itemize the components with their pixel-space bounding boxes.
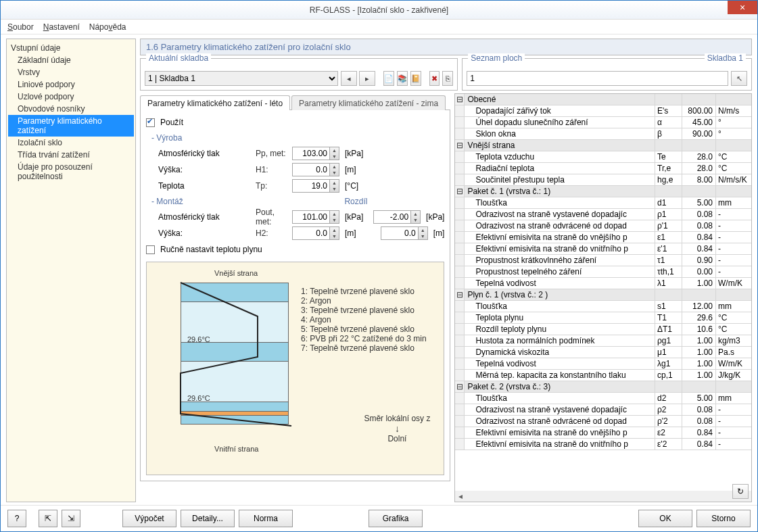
prop-row[interactable]: Dynamická viskozitaμ11.00Pa.s	[455, 347, 751, 358]
prop-row[interactable]: Odrazivost na straně odvrácené od dopadρ…	[455, 220, 751, 232]
btn-detaily[interactable]: Detaily...	[181, 510, 235, 527]
collapse-icon[interactable]: ⊟	[455, 381, 465, 392]
next-button[interactable]: ▸	[359, 71, 375, 86]
prop-row[interactable]: Teplota plynuT129.6°C	[455, 312, 751, 324]
prop-value[interactable]: 0.84	[682, 439, 716, 450]
spin-rozdil-vyska[interactable]: ▲▼	[381, 226, 428, 240]
prop-value[interactable]: 29.6	[682, 312, 716, 323]
btn-storno[interactable]: Storno	[696, 510, 751, 527]
prop-value[interactable]: 1.00	[682, 358, 716, 369]
tree-item[interactable]: Základní údaje	[8, 54, 134, 66]
prop-row[interactable]: Efektivní emisivita na straně do vnitřní…	[455, 439, 751, 450]
prop-row[interactable]: Efektivní emisivita na straně do vnějšíh…	[455, 232, 751, 243]
prop-value[interactable]: 0.08	[682, 220, 716, 231]
delete-icon[interactable]: ✖	[429, 71, 440, 86]
prop-row[interactable]: Odrazivost na straně odvrácené od dopadρ…	[455, 416, 751, 427]
import-button[interactable]: ⇱	[39, 510, 57, 527]
prop-value[interactable]: 0.00	[682, 266, 716, 277]
collapse-icon[interactable]: ⊟	[455, 140, 465, 151]
prop-row[interactable]: Propustnost tepelného zářeníτth,10.00-	[455, 266, 751, 278]
new-icon[interactable]: 📄	[383, 71, 394, 86]
menu-soubor[interactable]: Soubor	[7, 22, 34, 32]
prop-value[interactable]: 0.84	[682, 427, 716, 438]
prop-row[interactable]: Hustota za normálních podmínekρg11.00kg/…	[455, 335, 751, 347]
tab-zima[interactable]: Parametry klimatického zatížení - zima	[291, 95, 446, 110]
prop-row[interactable]: Měrná tep. kapacita za konstantního tlak…	[455, 370, 751, 381]
prop-value[interactable]: 90.00	[682, 128, 716, 139]
prop-value[interactable]: 0.08	[682, 404, 716, 415]
prop-row[interactable]: Sklon oknaβ90.00°	[455, 128, 751, 140]
refresh-icon[interactable]: ↻	[732, 484, 749, 499]
combo-skladba[interactable]: 1 | Skladba 1	[145, 71, 338, 86]
spin-atm[interactable]: ▲▼	[292, 147, 339, 160]
prop-row[interactable]: Tloušťkad15.00mm	[455, 197, 751, 209]
tree-item[interactable]: Vrstvy	[8, 66, 134, 78]
prop-row[interactable]: Teplota vzduchuTe28.0°C	[455, 151, 751, 163]
close-button[interactable]: ×	[728, 1, 757, 14]
tree-item[interactable]: Uzlové podpory	[8, 91, 134, 103]
prop-value[interactable]: 28.0	[682, 151, 716, 162]
lib-icon[interactable]: 📔	[410, 71, 421, 86]
book-icon[interactable]: 📚	[397, 71, 408, 86]
nav-tree[interactable]: Vstupní údaje Základní údajeVrstvyLiniov…	[6, 39, 136, 502]
tree-item[interactable]: Izolační sklo	[8, 137, 134, 149]
seznam-input[interactable]	[467, 71, 728, 86]
checkbox-rucne[interactable]	[146, 245, 155, 254]
prop-value[interactable]: 5.00	[682, 393, 716, 404]
spin-teplota[interactable]: ▲▼	[292, 179, 339, 193]
btn-norma[interactable]: Norma	[239, 510, 293, 527]
collapse-icon[interactable]: ⊟	[455, 289, 465, 300]
prop-row[interactable]: Tepelná vodivostλ11.00W/m/K	[455, 278, 751, 289]
prop-value[interactable]: 1.00	[682, 347, 716, 358]
prop-value[interactable]: 45.00	[682, 117, 716, 128]
hscroll[interactable]: ◂▸	[455, 491, 751, 502]
prop-value[interactable]: 0.90	[682, 255, 716, 266]
prop-value[interactable]: 10.6	[682, 324, 716, 335]
tree-item[interactable]: Obvodové nosníky	[8, 103, 134, 115]
prop-row[interactable]: Tepelná vodivostλg11.00W/m/K	[455, 358, 751, 370]
prop-value[interactable]: 800.00	[682, 105, 716, 116]
prop-row[interactable]: Součinitel přestupu teplahg,e8.00N/m/s/K	[455, 174, 751, 186]
prop-row[interactable]: Úhel dopadu slunečního zářeníα45.00°	[455, 117, 751, 128]
prop-row[interactable]: Tloušťkas112.00mm	[455, 301, 751, 312]
prev-button[interactable]: ◂	[341, 71, 357, 86]
collapse-icon[interactable]: ⊟	[455, 94, 465, 105]
prop-value[interactable]: 1.00	[682, 335, 716, 346]
prop-row[interactable]: Propustnost krátkovlnného zářeníτ10.90-	[455, 255, 751, 266]
spin-rozdil-atm[interactable]: ▲▼	[373, 210, 421, 224]
help-button[interactable]: ?	[7, 510, 26, 527]
tree-item[interactable]: Liniové podpory	[8, 78, 134, 91]
tree-item[interactable]: Údaje pro posouzení použitelnosti	[8, 161, 134, 183]
prop-row[interactable]: Odrazivost na straně vystavené dopadajíc…	[455, 404, 751, 416]
pick-icon[interactable]: ↖	[731, 71, 747, 86]
prop-row[interactable]: Dopadající zářivý tokE's800.00N/m/s	[455, 105, 751, 117]
prop-value[interactable]: 1.00	[682, 370, 716, 381]
menu-napoveda[interactable]: Nápověda	[89, 22, 126, 32]
prop-value[interactable]: 8.00	[682, 174, 716, 185]
tree-item[interactable]: Parametry klimatického zatížení	[8, 115, 134, 137]
prop-value[interactable]: 0.84	[682, 243, 716, 254]
copy-icon[interactable]: ⎘	[442, 71, 453, 86]
prop-value[interactable]: 0.08	[682, 209, 716, 220]
spin-atm2[interactable]: ▲▼	[292, 210, 339, 224]
menu-nastaveni[interactable]: Nastavení	[43, 22, 80, 32]
checkbox-pouzit[interactable]	[146, 118, 155, 127]
prop-value[interactable]: 5.00	[682, 197, 716, 208]
tab-leto[interactable]: Parametry klimatického zatížení - léto	[140, 95, 290, 110]
prop-row[interactable]: Rozdíl teploty plynuΔT110.6°C	[455, 324, 751, 335]
btn-ok[interactable]: OK	[638, 510, 692, 527]
prop-row[interactable]: Efektivní emisivita na straně do vnitřní…	[455, 243, 751, 255]
spin-vyska2[interactable]: ▲▼	[292, 226, 339, 240]
prop-value[interactable]: 28.0	[682, 163, 716, 174]
collapse-icon[interactable]: ⊟	[455, 186, 465, 197]
prop-value[interactable]: 1.00	[682, 278, 716, 289]
prop-value[interactable]: 12.00	[682, 301, 716, 312]
spin-vyska[interactable]: ▲▼	[292, 163, 339, 176]
btn-grafika[interactable]: Grafika	[369, 510, 423, 527]
prop-row[interactable]: Tloušťkad25.00mm	[455, 393, 751, 404]
tree-item[interactable]: Třída trvání zatížení	[8, 149, 134, 161]
prop-row[interactable]: Efektivní emisivita na straně do vnějšíh…	[455, 427, 751, 439]
prop-row[interactable]: Odrazivost na straně vystavené dopadajíc…	[455, 209, 751, 220]
prop-row[interactable]: Radiační teplotaTr,e28.0°C	[455, 163, 751, 174]
btn-vypocet[interactable]: Výpočet	[122, 510, 176, 527]
